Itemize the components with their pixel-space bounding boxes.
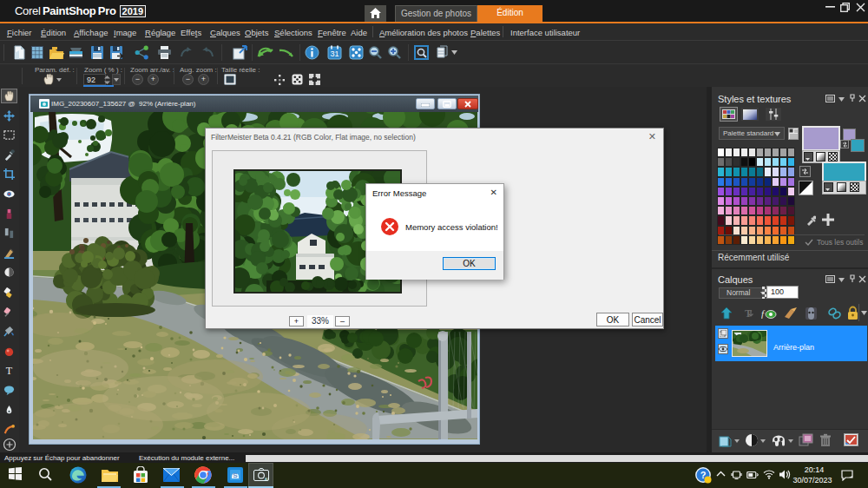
svg-text:f: f [761, 308, 766, 319]
svg-text:S: S [233, 472, 237, 479]
svg-text:31: 31 [330, 49, 339, 58]
svg-text:T: T [6, 365, 13, 376]
svg-text:AI: AI [265, 477, 268, 481]
